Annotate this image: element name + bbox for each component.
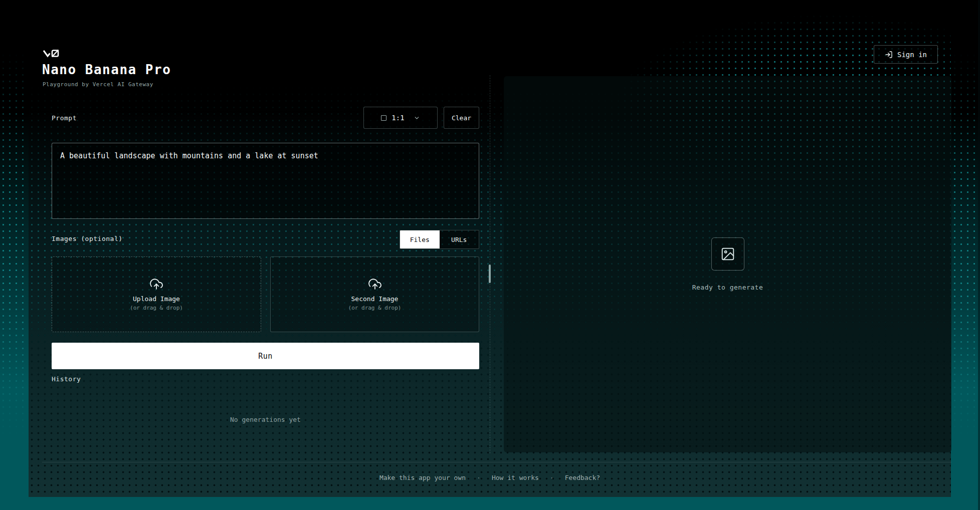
chevron-down-icon [414, 115, 420, 121]
upload-cloud-icon [368, 278, 381, 291]
footer-separator: · [550, 474, 554, 481]
images-optional-label: Images (optional) [52, 235, 123, 242]
footer-divider [42, 462, 951, 462]
footer-separator: · [477, 474, 481, 481]
run-button[interactable]: Run [52, 343, 479, 369]
dropzone-hint: (or drag & drop) [348, 305, 402, 311]
dropzone-title: Upload Image [133, 295, 180, 303]
preview-status-text: Ready to generate [692, 284, 763, 291]
panel-resize-handle[interactable] [489, 265, 491, 283]
sign-in-button[interactable]: Sign in [874, 45, 938, 64]
log-in-icon [885, 51, 893, 59]
footer-link-make-your-own[interactable]: Make this app your own [379, 474, 466, 481]
page-title: Nano Banana Pro [42, 62, 171, 77]
history-label: History [52, 375, 81, 383]
preview-icon-box [711, 237, 744, 271]
tab-files[interactable]: Files [400, 230, 440, 248]
v0-logo-icon [43, 49, 61, 58]
history-empty-text: No generations yet [52, 416, 479, 423]
sign-in-label: Sign in [897, 51, 927, 59]
upload-cloud-icon [150, 278, 163, 291]
footer-link-how-it-works[interactable]: How it works [492, 474, 539, 481]
dropzone-hint: (or drag & drop) [130, 305, 183, 311]
prompt-input[interactable]: A beautiful landscape with mountains and… [52, 143, 479, 219]
dropzone-title: Second Image [351, 295, 399, 303]
aspect-ratio-value: 1:1 [391, 114, 404, 122]
preview-panel: Ready to generate [504, 76, 951, 452]
square-aspect-icon [381, 115, 386, 121]
page-background: Nano Banana Pro Playground by Vercel AI … [0, 0, 980, 510]
image-placeholder-icon [720, 246, 735, 262]
image-source-toggle: Files URLs [400, 230, 479, 249]
upload-image-dropzone[interactable]: Upload Image (or drag & drop) [52, 257, 261, 332]
page-subtitle: Playground by Vercel AI Gateway [43, 81, 153, 88]
page-scrollbar[interactable] [978, 0, 980, 510]
footer-links: Make this app your own · How it works · … [29, 474, 951, 481]
clear-button[interactable]: Clear [444, 107, 479, 129]
prompt-label: Prompt [52, 114, 77, 122]
tab-urls[interactable]: URLs [440, 230, 479, 248]
second-image-dropzone[interactable]: Second Image (or drag & drop) [270, 257, 479, 332]
aspect-ratio-dropdown[interactable]: 1:1 [363, 107, 438, 129]
footer-link-feedback[interactable]: Feedback? [565, 474, 600, 481]
